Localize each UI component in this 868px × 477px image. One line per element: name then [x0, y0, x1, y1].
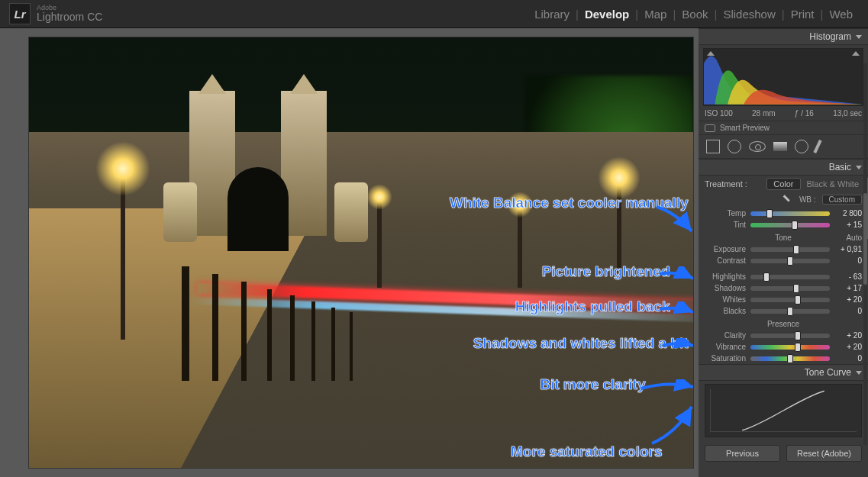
- slider-value: + 20: [834, 331, 862, 340]
- histogram-meta: ISO 100 28 mm ƒ / 16 13,0 sec: [699, 108, 868, 121]
- photo-lion-right: [334, 182, 368, 242]
- treatment-row: Treatment : Color Black & White: [699, 176, 868, 192]
- slider-label: Vibrance: [705, 343, 746, 351]
- slider-blacks[interactable]: Blacks 0: [699, 305, 868, 317]
- slider-value: + 20: [834, 295, 862, 304]
- chevron-down-icon: [856, 371, 862, 375]
- treatment-label: Treatment :: [705, 179, 747, 189]
- lightroom-logo-icon: Lr: [9, 3, 31, 24]
- tone-subheader: Tone Auto: [699, 230, 868, 243]
- photo-lamp: [617, 176, 621, 272]
- chevron-down-icon: [856, 35, 862, 39]
- tone-curve-header[interactable]: Tone Curve: [699, 364, 868, 381]
- tab-library[interactable]: Library: [528, 8, 576, 21]
- workspace: White Balance set cooler manually Pictur…: [0, 28, 868, 477]
- meta-focal: 28 mm: [752, 109, 776, 118]
- slider-label: Saturation: [705, 354, 746, 363]
- meta-aperture: ƒ / 16: [795, 109, 814, 118]
- photo-railings: [182, 266, 609, 381]
- slider-value: + 15: [834, 221, 862, 229]
- slider-label: Exposure: [705, 245, 746, 253]
- top-bar: Lr Adobe Lightroom CC Library| Develop| …: [0, 0, 868, 28]
- crop-tool-icon[interactable]: [706, 140, 720, 153]
- redeye-tool-icon[interactable]: [749, 141, 766, 152]
- slider-value: 0: [834, 354, 862, 363]
- slider-value: + 17: [834, 284, 862, 292]
- slider-value: + 20: [834, 343, 862, 351]
- slider-label: Contrast: [705, 256, 746, 265]
- slider-value: 0: [834, 307, 862, 315]
- panel-scrollbar[interactable]: [863, 63, 867, 445]
- slider-tint[interactable]: Tint + 15: [699, 219, 868, 230]
- canvas-area: White Balance set cooler manually Pictur…: [0, 28, 699, 477]
- histogram[interactable]: [703, 48, 863, 106]
- tone-head-label: Tone: [775, 234, 792, 242]
- treatment-color-button[interactable]: Color: [766, 178, 800, 190]
- slider-clarity[interactable]: Clarity + 20: [699, 330, 868, 341]
- product-label: Lightroom CC: [37, 11, 102, 23]
- tool-strip: [699, 135, 868, 159]
- photo-lamp: [121, 167, 125, 340]
- tone-curve-title: Tone Curve: [805, 367, 851, 378]
- product-name: Adobe Lightroom CC: [37, 5, 102, 23]
- preview-photo[interactable]: White Balance set cooler manually Pictur…: [29, 37, 693, 468]
- slider-value: + 0,91: [834, 245, 862, 253]
- tab-map[interactable]: Map: [638, 8, 673, 21]
- slider-label: Temp: [705, 209, 746, 218]
- tab-web[interactable]: Web: [823, 8, 859, 21]
- tab-book[interactable]: Book: [676, 8, 714, 21]
- photo-arch: [227, 167, 289, 251]
- slider-shadows[interactable]: Shadows + 17: [699, 282, 868, 294]
- slider-contrast[interactable]: Contrast 0: [699, 255, 868, 266]
- graduated-tool-icon[interactable]: [773, 142, 787, 151]
- module-tabs: Library| Develop| Map| Book| Slideshow| …: [528, 8, 859, 21]
- slider-label: Whites: [705, 295, 746, 304]
- wb-dropdown[interactable]: Custom: [822, 195, 862, 205]
- slider-value: - 63: [834, 272, 862, 281]
- scrollbar-thumb[interactable]: [863, 193, 867, 285]
- slider-label: Clarity: [705, 331, 746, 340]
- photo-lion-left: [163, 182, 197, 242]
- slider-exposure[interactable]: Exposure + 0,91: [699, 243, 868, 255]
- brush-tool-icon[interactable]: [813, 140, 821, 153]
- slider-saturation[interactable]: Saturation 0: [699, 353, 868, 364]
- slider-value: 0: [834, 256, 862, 265]
- slider-label: Shadows: [705, 284, 746, 292]
- slider-highlights[interactable]: Highlights - 63: [699, 271, 868, 282]
- radial-tool-icon[interactable]: [795, 140, 808, 153]
- previous-button[interactable]: Previous: [705, 445, 780, 462]
- right-panel: Histogram ISO 100 28 mm ƒ / 16 13,0 sec: [699, 28, 868, 477]
- chevron-down-icon: [856, 166, 862, 169]
- slider-value: 2 800: [834, 209, 862, 218]
- basic-header[interactable]: Basic: [699, 159, 868, 176]
- slider-whites[interactable]: Whites + 20: [699, 294, 868, 305]
- smart-preview-label: Smart Preview: [720, 124, 770, 132]
- spot-tool-icon[interactable]: [728, 140, 741, 153]
- reset-row: Previous Reset (Adobe): [699, 440, 868, 466]
- wb-label: WB :: [799, 195, 816, 204]
- histogram-header[interactable]: Histogram: [699, 28, 868, 45]
- slider-label: Highlights: [705, 272, 746, 281]
- meta-iso: ISO 100: [705, 109, 733, 118]
- treatment-bw-button[interactable]: Black & White: [804, 179, 862, 189]
- meta-shutter: 13,0 sec: [833, 109, 862, 118]
- basic-title: Basic: [829, 162, 851, 172]
- tab-slideshow[interactable]: Slideshow: [717, 8, 781, 21]
- reset-button[interactable]: Reset (Adobe): [786, 445, 862, 462]
- smart-preview-row: Smart Preview: [699, 121, 868, 135]
- slider-temp[interactable]: Temp 2 800: [699, 208, 868, 219]
- tab-develop[interactable]: Develop: [579, 8, 635, 21]
- presence-subheader: Presence: [699, 317, 868, 330]
- histogram-curve: [704, 49, 863, 105]
- slider-vibrance[interactable]: Vibrance + 20: [699, 341, 868, 353]
- auto-tone-button[interactable]: Auto: [846, 234, 862, 242]
- slider-label: Tint: [705, 221, 746, 229]
- app-root: Lr Adobe Lightroom CC Library| Develop| …: [0, 0, 868, 477]
- wb-row: WB : Custom: [699, 192, 868, 208]
- histogram-title: Histogram: [809, 31, 851, 42]
- tone-curve-plot[interactable]: [705, 384, 862, 437]
- brand-block: Lr Adobe Lightroom CC: [9, 3, 102, 24]
- eyedropper-icon[interactable]: [780, 192, 795, 207]
- tab-print[interactable]: Print: [785, 8, 821, 21]
- presence-head-label: Presence: [767, 320, 799, 328]
